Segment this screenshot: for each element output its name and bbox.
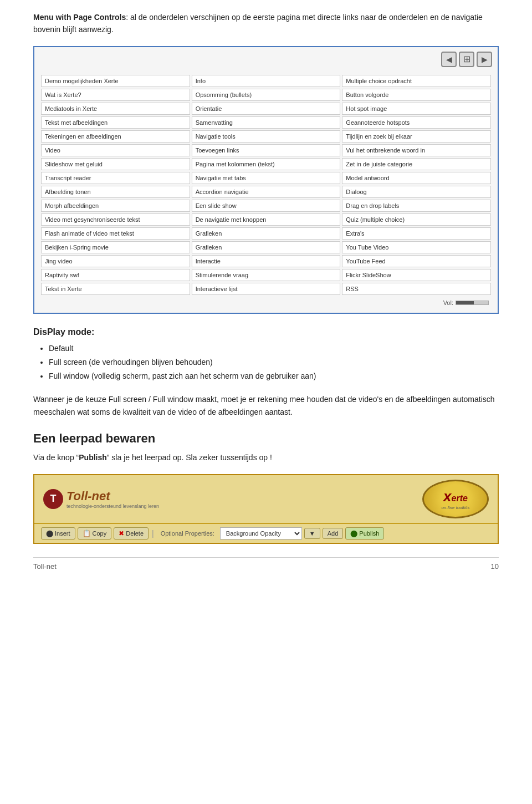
grid-item-r5c0: Video (41, 144, 190, 156)
grid-item-r6c0: Slideshow met geluid (41, 158, 190, 170)
grid-item-r13c0: Jing video (41, 255, 190, 267)
grid-item-r0c2: Multiple choice opdracht (342, 75, 491, 87)
grid-item-r8c0: Afbeelding tonen (41, 186, 190, 198)
display-mode-section: DisPlay mode: DefaultFull screen (de ver… (33, 327, 499, 384)
toolbar-buttons-row: ⬤ Insert 📋 Copy ✖ Delete | Optional Prop… (34, 523, 498, 543)
grid-item-r9c1: Een slide show (192, 200, 341, 212)
grid-item-r11c0: Flash animatie of video met tekst (41, 227, 190, 240)
grid-item-r1c1: Opsomming (bullets) (192, 89, 341, 101)
background-opacity-select[interactable]: Background Opacity (220, 527, 302, 540)
insert-label: Insert (55, 530, 70, 537)
grid-item-r0c0: Demo mogelijkheden Xerte (41, 75, 190, 87)
delete-button[interactable]: ✖ Delete (114, 527, 149, 540)
insert-button[interactable]: ⬤ Insert (41, 527, 75, 540)
nav-back-btn[interactable]: ◀ (441, 52, 457, 67)
grid-item-r1c0: Wat is Xerte? (41, 89, 190, 101)
grid-item-r10c1: De navigatie met knoppen (192, 213, 341, 226)
grid-item-r15c0: Tekst in Xerte (41, 283, 190, 295)
sub-text: Via de knop “Publish” sla je het leerpad… (33, 451, 499, 464)
subtext-after: ” sla je het leerpad op. Sla zeker tusse… (107, 453, 272, 462)
footer-right: 10 (491, 562, 499, 571)
vol-track (456, 301, 489, 305)
grid-item-r4c1: Navigatie tools (192, 130, 341, 143)
grid-item-r9c2: Drag en drop labels (342, 200, 491, 212)
subtext-before: Via de knop “ (33, 453, 79, 462)
intro-paragraph: Menu with Page Controls: al de onderdele… (33, 11, 499, 36)
grid-item-r3c2: Geannoteerde hotspots (342, 116, 491, 129)
grid-item-r8c1: Accordion navigatie (192, 186, 341, 198)
display-mode-item-2: Full window (volledig scherm, past zich … (49, 369, 499, 383)
grid-item-r13c1: Interactie (192, 255, 341, 267)
toolbar-header: T Toll-net technologie-ondersteund leven… (34, 475, 498, 523)
grid-item-r5c1: Toevoegen links (192, 144, 341, 156)
xerte-logo: x erte on-line toolkits (422, 480, 489, 518)
grid-item-r13c2: YouTube Feed (342, 255, 491, 267)
grid-item-r2c1: Orientatie (192, 103, 341, 115)
grid-item-r1c2: Button volgorde (342, 89, 491, 101)
grid-item-r0c1: Info (192, 75, 341, 87)
toolbar-box: T Toll-net technologie-ondersteund leven… (33, 474, 499, 544)
grid-item-r5c2: Vul het ontbrekende woord in (342, 144, 491, 156)
grid-item-r14c2: Flickr SlideShow (342, 269, 491, 281)
grid-item-r6c2: Zet in de juiste categorie (342, 158, 491, 170)
grid-item-r10c2: Quiz (multiple choice) (342, 213, 491, 226)
display-mode-item-0: Default (49, 342, 499, 355)
grid-item-r7c2: Model antwoord (342, 172, 491, 184)
intro-bold: Menu with Page Controls (33, 13, 126, 22)
dropdown-arrow-button[interactable]: ▼ (304, 528, 320, 539)
publish-button[interactable]: ⬤ Publish (345, 527, 384, 540)
copy-icon: 📋 (83, 530, 91, 537)
grid-item-r4c2: Tijdlijn en zoek bij elkaar (342, 130, 491, 143)
grid-item-r12c1: Grafieken (192, 241, 341, 253)
tollnet-logo: T Toll-net technologie-ondersteund leven… (43, 489, 159, 509)
grid-item-r12c0: Bekijken i-Spring movie (41, 241, 190, 253)
tollnet-name: Toll-net (66, 489, 159, 503)
page-footer: Toll-net 10 (33, 557, 499, 571)
grid-item-r4c0: Tekeningen en afbeeldingen (41, 130, 190, 143)
grid-item-r11c1: Grafieken (192, 227, 341, 240)
grid-item-r14c1: Stimulerende vraag (192, 269, 341, 281)
grid-item-r8c2: Dialoog (342, 186, 491, 198)
grid-item-r7c1: Navigatie met tabs (192, 172, 341, 184)
optional-properties-label: Optional Properties: (161, 530, 214, 537)
grid-item-r6c1: Pagina met kolommen (tekst) (192, 158, 341, 170)
grid-item-r12c2: You Tube Video (342, 241, 491, 253)
xerte-x: x (443, 488, 451, 505)
insert-icon: ⬤ (46, 530, 53, 537)
grid-item-r15c1: Interactieve lijst (192, 283, 341, 295)
nav-home-btn[interactable]: ⊞ (459, 52, 474, 67)
grid-item-r14c0: Raptivity swf (41, 269, 190, 281)
grid-item-r7c0: Transcript reader (41, 172, 190, 184)
grid-item-r15c2: RSS (342, 283, 491, 295)
vol-fill (456, 301, 474, 304)
delete-label: Delete (126, 530, 144, 537)
add-label: Add (328, 530, 339, 537)
grid-item-r10c0: Video met gesynchroniseerde tekst (41, 213, 190, 226)
display-mode-heading: DisPlay mode: (33, 327, 499, 337)
copy-button[interactable]: 📋 Copy (78, 527, 112, 540)
xerte-sub: on-line toolkits (441, 505, 469, 510)
publish-label: Publish (359, 530, 379, 537)
xerte-erte: erte (452, 493, 468, 503)
publish-icon: ⬤ (350, 530, 357, 537)
grid-item-r3c1: Samenvatting (192, 116, 341, 129)
grid-item-r3c0: Tekst met afbeeldingen (41, 116, 190, 129)
grid-item-r11c2: Extra's (342, 227, 491, 240)
footer-left: Toll-net (33, 562, 57, 571)
nav-arrows: ◀ ⊞ ▶ (441, 52, 492, 67)
add-button[interactable]: Add (323, 528, 344, 539)
tollnet-icon: T (50, 493, 57, 505)
tollnet-sub: technologie-ondersteund levenslang leren (66, 503, 159, 509)
vol-bar: Vol: (41, 299, 491, 306)
screenshot-box: ◀ ⊞ ▶ Demo mogelijkheden XerteInfoMultip… (33, 46, 499, 314)
grid-item-r2c0: Mediatools in Xerte (41, 103, 190, 115)
display-mode-item-1: Full screen (de verhoudingen blijven beh… (49, 355, 499, 369)
copy-label: Copy (93, 530, 107, 537)
grid-item-r2c2: Hot spot image (342, 103, 491, 115)
grid-item-r9c0: Morph afbeeldingen (41, 200, 190, 212)
display-mode-list: DefaultFull screen (de verhoudingen blij… (33, 342, 499, 384)
warning-paragraph: Wanneer je de keuze Full screen / Full w… (33, 393, 499, 418)
subtext-bold: Publish (79, 453, 107, 462)
nav-forward-btn[interactable]: ▶ (477, 52, 492, 67)
vol-label: Vol: (443, 299, 453, 306)
